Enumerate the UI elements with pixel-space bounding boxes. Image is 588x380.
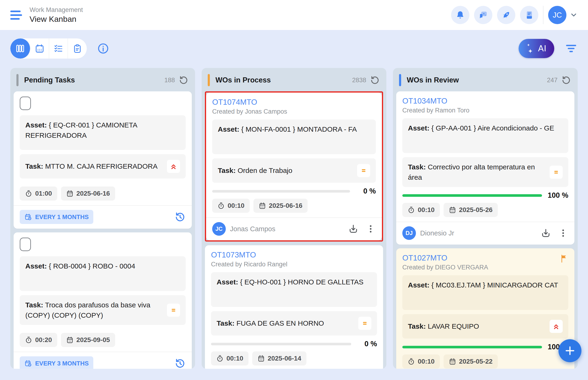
ai-chat-button[interactable] bbox=[474, 6, 492, 24]
pending-task-card[interactable]: Asset: { ROB-0004 } ROBO - 0004Task: Tro… bbox=[14, 232, 192, 369]
date-chip: 2025-05-26 bbox=[444, 203, 498, 217]
duration-value: 01:00 bbox=[35, 190, 52, 197]
history-button[interactable] bbox=[174, 358, 186, 369]
progress-track bbox=[212, 190, 350, 192]
refresh-icon[interactable] bbox=[561, 75, 571, 85]
priority-medium-icon bbox=[361, 319, 369, 327]
field-box: Asset: { ROB-0004 } ROBO - 0004 bbox=[20, 256, 186, 291]
download-button[interactable] bbox=[348, 224, 359, 234]
wo-id-link[interactable]: OT1034MTO bbox=[402, 96, 568, 105]
progress-track bbox=[402, 346, 542, 348]
progress-label: 0 % bbox=[357, 340, 377, 348]
wo-card[interactable]: OT1034MTOCreated by Ramon ToroAsset: { G… bbox=[396, 91, 574, 245]
field-label: Asset: bbox=[408, 281, 429, 289]
date-chip: 2025-05-22 bbox=[444, 355, 498, 368]
field-text: Task: MTTO M. CAJA REFRIGERADORA bbox=[25, 161, 167, 171]
bell-icon bbox=[456, 10, 465, 20]
progress-label: 100 % bbox=[548, 191, 568, 200]
stopwatch-icon bbox=[407, 206, 415, 214]
field-box: Asset: { MC03.EJ.TAM } MINICARGADOR CAT bbox=[402, 275, 568, 310]
task-checkbox[interactable] bbox=[20, 96, 31, 110]
created-by: Created by Jonas Campos bbox=[212, 108, 376, 115]
chat-sparkles-icon bbox=[479, 10, 488, 20]
rocket-button[interactable] bbox=[497, 6, 515, 24]
view-list-tab[interactable] bbox=[49, 38, 68, 58]
user-avatar[interactable]: JC bbox=[548, 6, 567, 24]
wo-id-link[interactable]: OT1073MTO bbox=[211, 250, 377, 259]
more-menu-button[interactable] bbox=[365, 224, 376, 234]
field-label: Asset: bbox=[217, 278, 238, 286]
field-value: FUGA DE GAS EN HORNO bbox=[234, 319, 324, 327]
field-text: Task: Correctivo por alta temperatura en… bbox=[408, 162, 549, 182]
kanban-icon bbox=[15, 44, 25, 53]
history-button[interactable] bbox=[174, 211, 186, 223]
more-menu-button[interactable] bbox=[558, 228, 568, 238]
stopwatch-icon bbox=[25, 336, 32, 344]
card-footer: JCJonas Campos bbox=[206, 217, 382, 240]
download-button[interactable] bbox=[541, 228, 551, 238]
field-text: Asset: { ROB-0004 } ROBO - 0004 bbox=[25, 261, 180, 271]
header-actions bbox=[451, 6, 538, 24]
view-calendar-tab[interactable] bbox=[30, 38, 49, 58]
field-label: Task: bbox=[408, 163, 426, 171]
priority-indicator bbox=[167, 160, 180, 173]
field-label: Task: bbox=[218, 167, 236, 174]
progress-row: 0 % bbox=[211, 340, 377, 348]
refresh-icon[interactable] bbox=[179, 75, 188, 85]
field-value: { ROB-0004 } ROBO - 0004 bbox=[47, 262, 135, 270]
priority-high-icon bbox=[552, 322, 560, 330]
field-value: LAVAR EQUIPO bbox=[426, 322, 479, 330]
view-clipboard-tab[interactable] bbox=[68, 38, 87, 58]
menu-icon[interactable] bbox=[10, 10, 23, 20]
field-box: Asset: { GP-AA-001 } Aire Acondicionado … bbox=[402, 118, 568, 153]
date-value: 2025-05-22 bbox=[459, 358, 493, 365]
progress-fill bbox=[402, 194, 542, 197]
calendar-icon bbox=[449, 358, 456, 365]
chevron-down-icon[interactable] bbox=[570, 11, 578, 19]
refresh-icon[interactable] bbox=[370, 75, 380, 85]
add-button[interactable] bbox=[558, 339, 581, 362]
field-label: Task: bbox=[25, 301, 43, 309]
assignee-avatar: JC bbox=[212, 222, 226, 236]
calendar-icon bbox=[35, 44, 44, 53]
docs-button[interactable] bbox=[520, 6, 538, 24]
field-text: Task: FUGA DE GAS EN HORNO bbox=[217, 318, 358, 328]
chip-row: 00:102025-06-16 bbox=[212, 199, 376, 213]
wo-id-link[interactable]: OT1074MTO bbox=[212, 98, 376, 107]
app-title: Work Management bbox=[30, 6, 83, 14]
assignee-name: Jonas Campos bbox=[230, 225, 348, 233]
view-kanban-tab[interactable] bbox=[10, 38, 30, 58]
duration-value: 00:10 bbox=[226, 355, 243, 362]
wo-id-link[interactable]: OT1027MTO bbox=[402, 253, 568, 262]
progress-track bbox=[402, 194, 542, 197]
card-footer: EVERY 3 MONTHS bbox=[14, 352, 192, 369]
field-value: Troca dos parafusos da base viva (COPY) … bbox=[25, 301, 150, 319]
column-title: WOs in Process bbox=[215, 76, 271, 84]
column-accent-bar bbox=[16, 74, 19, 86]
duration-chip: 00:10 bbox=[402, 203, 440, 217]
field-label: Task: bbox=[25, 162, 43, 170]
field-text: Asset: { MON-FA-0001 } MONTADORA - FA bbox=[218, 124, 370, 134]
wo-card[interactable]: OT1027MTOCreated by DIEGO VERGARAAsset: … bbox=[396, 248, 574, 369]
ai-button[interactable]: AI bbox=[519, 39, 554, 58]
priority-indicator bbox=[549, 320, 563, 333]
filter-icon[interactable] bbox=[565, 42, 578, 55]
chip-row: 00:102025-06-14 bbox=[211, 351, 377, 365]
pending-task-card[interactable]: Asset: { EQ-CR-001 } CAMIONETA REFRIGERA… bbox=[14, 91, 192, 229]
ai-button-label: AI bbox=[538, 44, 547, 53]
wo-card[interactable]: OT1074MTOCreated by Jonas CamposAsset: {… bbox=[206, 93, 382, 240]
field-text: Asset: { GP-AA-001 } Aire Acondicionado … bbox=[408, 123, 563, 133]
date-chip: 2025-06-16 bbox=[253, 199, 308, 213]
duration-value: 00:10 bbox=[228, 202, 244, 209]
task-checkbox[interactable] bbox=[20, 238, 31, 251]
page-title: View Kanban bbox=[30, 15, 83, 24]
date-value: 2025-06-16 bbox=[269, 202, 303, 209]
info-icon[interactable] bbox=[97, 42, 109, 55]
wo-card[interactable]: OT1073MTOCreated by Ricardo RangelAsset:… bbox=[205, 245, 383, 369]
duration-value: 00:10 bbox=[418, 206, 435, 214]
column-header: Pending Tasks188 bbox=[10, 68, 195, 91]
notifications-button[interactable] bbox=[451, 6, 469, 24]
field-label: Asset: bbox=[408, 124, 429, 132]
card-footer: EVERY 1 MONTHS bbox=[14, 205, 192, 229]
column-body: OT1034MTOCreated by Ramon ToroAsset: { G… bbox=[393, 91, 578, 369]
